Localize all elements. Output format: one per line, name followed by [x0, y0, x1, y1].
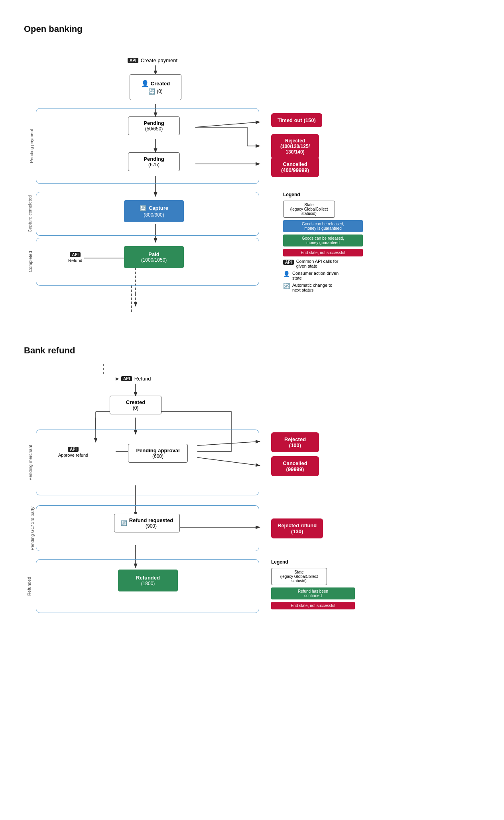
refunded-label: Refunded — [27, 577, 32, 596]
capture-completed-section: Capture completed 🔄 Capture (800/900) — [36, 192, 259, 236]
pending-gc-section: Pending GC/ 3rd party 🔄 Refund requested… — [36, 505, 259, 551]
ob-legend: Legend State (legacy GlobalCollect statu… — [283, 192, 363, 292]
br-legend: Legend State (legacy GlobalCollect statu… — [271, 559, 355, 609]
refund-requested-box: 🔄 Refund requested (900) — [114, 514, 180, 532]
api-badge-create: API — [128, 58, 138, 63]
pending-approval-box: Pending approval (600) — [128, 444, 188, 463]
create-payment-node: API Create payment — [128, 57, 177, 63]
rejected-refund-box: Rejected refund(130) — [271, 518, 323, 538]
refund-api-node: ▶ API Refund — [116, 376, 151, 382]
dashed-refund-line — [120, 286, 144, 317]
completed-section: Completed API Refund Paid (1000/10 — [36, 238, 259, 286]
bank-refund-title: Bank refund — [24, 345, 480, 356]
br-rejected-box: Rejected(100) — [271, 432, 319, 452]
pending-payment-section: Pending payment Pending (50/650) Pending… — [36, 108, 259, 184]
timed-out-box: Timed out (150) — [271, 113, 322, 127]
created-box: 👤 Created 🔄 (0) — [130, 74, 181, 100]
br-created-box: Created (0) — [110, 396, 161, 414]
pending-gc-label: Pending GC/ 3rd party — [30, 507, 35, 550]
api-refund-node: API Refund — [68, 252, 82, 263]
pending-merchant-section: Pending merchant API Approve refund Pend… — [36, 430, 259, 495]
br-cancelled-box: Cancelled(99999) — [271, 456, 319, 476]
refunded-box: Refunded (1800) — [118, 570, 178, 591]
refunded-section: Refunded Refunded (1800) — [36, 559, 259, 613]
auto-icon: 🔄 — [148, 88, 155, 95]
pending-675-box: Pending (675) — [128, 152, 180, 171]
cancelled-box: Cancelled(400/99999) — [271, 157, 319, 177]
auto-icon-capture: 🔄 — [140, 205, 146, 211]
pending-50-box: Pending (50/650) — [128, 116, 180, 135]
pending-payment-label: Pending payment — [29, 129, 34, 163]
capture-completed-label: Capture completed — [28, 195, 32, 233]
completed-label: Completed — [28, 251, 33, 272]
rejected-box: Rejected(100/120/125/130/140) — [271, 134, 319, 159]
person-icon: 👤 — [141, 80, 149, 87]
auto-icon-refund: 🔄 — [121, 520, 127, 526]
open-banking-title: Open banking — [24, 24, 480, 34]
capture-box: 🔄 Capture (800/900) — [124, 200, 184, 222]
approve-refund-node: API Approve refund — [58, 446, 88, 457]
paid-box: Paid (1000/1050) — [124, 246, 184, 268]
pending-merchant-label: Pending merchant — [28, 445, 33, 480]
